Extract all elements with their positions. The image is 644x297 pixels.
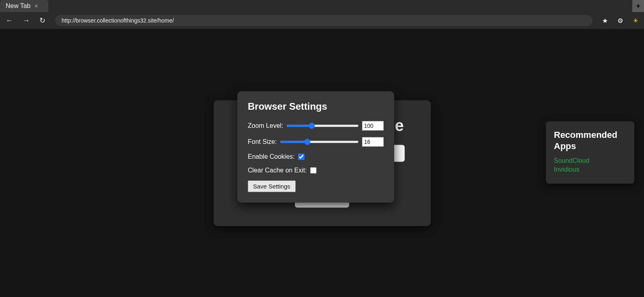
toolbar: ← → ↻ ★ ⚙ ☀ (0, 12, 644, 29)
save-settings-button[interactable]: Save Settings (248, 180, 296, 192)
address-bar[interactable] (55, 15, 593, 26)
cache-field: Clear Cache on Exit: (248, 167, 384, 174)
browser-settings-modal: Browser Settings Zoom Level: Font Size: … (237, 91, 394, 203)
back-button[interactable]: ← (6, 16, 13, 25)
browser-tab[interactable]: New Tab × (0, 0, 48, 12)
cookies-label: Enable Cookies: (248, 153, 295, 160)
forward-button[interactable]: → (23, 16, 30, 25)
tab-strip: New Tab × + (0, 0, 644, 12)
close-tab-icon[interactable]: × (35, 3, 38, 9)
page-body: U placeholder......... e DuckDuckGo Reco… (0, 29, 644, 297)
recommended-link-invidious[interactable]: Invidious (554, 166, 626, 173)
new-tab-button[interactable]: + (632, 0, 644, 12)
settings-gear-icon[interactable]: ⚙ (617, 17, 623, 25)
cookies-field: Enable Cookies: (248, 153, 384, 160)
zoom-value-input[interactable] (362, 121, 384, 131)
font-value-input[interactable] (362, 137, 384, 147)
font-field: Font Size: (248, 137, 384, 147)
tab-title: New Tab (6, 2, 31, 10)
recommended-title: Recommended Apps (554, 129, 626, 152)
headline-right: e (395, 116, 404, 134)
recommended-link-soundcloud[interactable]: SoundCloud (554, 157, 626, 164)
recommended-apps-panel: Recommended Apps SoundCloud Invidious (546, 121, 634, 184)
cookies-checkbox[interactable] (298, 154, 305, 160)
bookmark-star-icon[interactable]: ★ (602, 17, 608, 25)
theme-sun-icon[interactable]: ☀ (633, 17, 638, 25)
zoom-label: Zoom Level: (248, 122, 283, 129)
cache-checkbox[interactable] (310, 167, 317, 174)
settings-title: Browser Settings (248, 101, 384, 112)
cache-label: Clear Cache on Exit: (248, 167, 307, 174)
zoom-slider[interactable] (286, 125, 359, 127)
reload-button[interactable]: ↻ (39, 16, 45, 25)
font-slider[interactable] (280, 141, 359, 143)
font-label: Font Size: (248, 138, 277, 145)
zoom-field: Zoom Level: (248, 121, 384, 131)
